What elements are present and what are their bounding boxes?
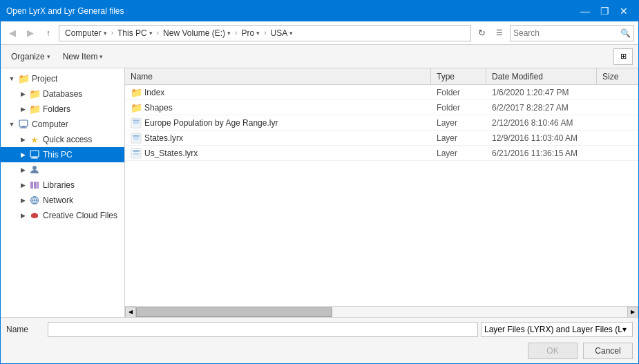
svg-rect-4 [32,157,37,158]
scroll-track[interactable] [136,307,627,318]
back-button[interactable]: ◀ [5,26,20,41]
sidebar-item-label: This PC [43,150,73,160]
sort-button[interactable]: ☰ [492,26,507,41]
file-name-cell: 📁 Shapes [125,102,431,113]
name-label: Name [6,325,48,334]
svg-rect-29 [133,155,140,157]
folder-icon: 📁 [28,88,41,100]
horizontal-scrollbar: ◀ ▶ [125,306,638,317]
file-name-cell: Europe Population by Age Range.lyr [125,117,431,128]
svg-rect-0 [19,120,28,126]
organize-label: Organize [11,52,45,61]
breadcrumb-thispc-label: This PC [117,28,147,38]
file-type: Layer [431,118,486,128]
breadcrumb-volume[interactable]: New Volume (E:) ▾ [160,28,233,39]
filetype-select[interactable]: Layer Files (LYRX) and Layer Files (L▾ [481,322,633,337]
col-header-size[interactable]: Size [597,68,638,84]
title-bar: Open LyrX and Lyr General files — ❐ ✕ [1,1,638,21]
content-area: Name Type Date Modified Size 📁 Index [125,68,638,317]
layer-icon [131,148,142,159]
file-name-cell: Us_States.lyrx [125,148,431,159]
sidebar-item-label: Folders [43,104,70,114]
sidebar-item-folders[interactable]: ▶ 📁 Folders [1,102,124,117]
close-button[interactable]: ✕ [615,4,633,18]
scroll-thumb[interactable] [136,307,332,317]
dialog-title: Open LyrX and Lyr General files [6,6,124,16]
sidebar-item-label: Creative Cloud Files [43,211,117,220]
sidebar-item-thispc[interactable]: ▶ This PC [1,147,124,162]
sidebar-item-label: Computer [32,119,68,129]
filetype-label: Layer Files (LYRX) and Layer Files (L▾ [484,325,627,334]
sidebar-item-databases[interactable]: ▶ 📁 Databases [1,86,124,102]
sidebar-item-project[interactable]: ▼ 📁 Project [1,71,124,86]
breadcrumb: Computer ▾ › This PC ▾ › New Volume (E:)… [59,25,471,41]
sidebar-item-computer[interactable]: ▼ Computer [1,117,124,132]
toggle-computer: ▼ [6,117,17,132]
svg-rect-19 [133,119,140,122]
restore-button[interactable]: ❐ [595,4,613,18]
organize-button[interactable]: Organize ▾ [6,48,55,65]
computer-icon [28,149,41,161]
new-item-button[interactable]: New Item ▾ [58,48,108,65]
col-header-date[interactable]: Date Modified [486,68,597,84]
sidebar-item-network[interactable]: ▶ Network [1,193,124,208]
sidebar-item-creativecloud[interactable]: ▶ Creative Cloud Files [1,208,124,223]
col-header-type[interactable]: Type [431,68,486,84]
toolbar: Organize ▾ New Item ▾ ⊞ [1,45,638,68]
name-input[interactable] [48,322,478,337]
sidebar-item-label: Quick access [43,135,92,144]
toggle-quickaccess: ▶ [17,132,28,147]
forward-button[interactable]: ▶ [23,26,38,41]
file-date: 2/12/2016 8:10:46 AM [486,118,597,128]
breadcrumb-usa[interactable]: USA ▾ [267,28,296,39]
table-row[interactable]: States.lyrx Layer 12/9/2016 11:03:40 AM [125,131,638,146]
new-item-arrow: ▾ [99,53,103,60]
cancel-button[interactable]: Cancel [583,343,633,359]
scroll-left-button[interactable]: ◀ [125,307,136,318]
sidebar-item-user[interactable]: ▶ [1,162,124,178]
refresh-button[interactable]: ↻ [474,26,489,41]
view-button[interactable]: ⊞ [613,48,633,65]
file-name: States.lyrx [144,133,183,143]
file-name-cell: States.lyrx [125,133,431,144]
table-row[interactable]: Us_States.lyrx Layer 6/21/2016 11:36:15 … [125,146,638,161]
breadcrumb-computer[interactable]: Computer ▾ [62,28,110,39]
file-type: Folder [431,88,486,97]
library-icon [28,179,41,191]
table-row[interactable]: 📁 Index Folder 1/6/2020 1:20:47 PM [125,85,638,100]
svg-rect-27 [133,150,140,152]
toggle-project: ▼ [6,71,17,86]
table-row[interactable]: 📁 Shapes Folder 6/2/2017 8:28:27 AM [125,100,638,115]
bottom-bar: Name Layer Files (LYRX) and Layer Files … [1,317,638,363]
breadcrumb-thispc[interactable]: This PC ▾ [115,28,155,39]
cloud-icon [28,209,41,222]
toggle-thispc: ▶ [17,147,28,162]
minimize-button[interactable]: — [576,4,594,18]
svg-rect-8 [34,182,37,189]
layer-icon [131,117,142,128]
svg-point-6 [32,166,37,170]
sidebar-item-libraries[interactable]: ▶ Libraries [1,178,124,193]
file-type: Folder [431,103,486,113]
file-name-cell: 📁 Index [125,87,431,98]
toggle-network: ▶ [17,193,28,208]
folder-icon: 📁 [28,103,41,115]
svg-rect-28 [133,153,140,155]
window-controls: — ❐ ✕ [576,4,633,18]
svg-rect-24 [133,137,140,140]
file-type: Layer [431,133,486,143]
breadcrumb-volume-label: New Volume (E:) [163,28,225,38]
table-row[interactable]: Europe Population by Age Range.lyr Layer… [125,115,638,131]
col-header-name[interactable]: Name [125,68,431,84]
ok-button[interactable]: OK [528,343,578,359]
scroll-right-button[interactable]: ▶ [627,307,638,318]
search-input[interactable] [513,28,620,38]
file-date: 6/21/2016 11:36:15 AM [486,149,597,158]
svg-rect-7 [30,182,33,189]
sidebar-item-quickaccess[interactable]: ▶ ★ Quick access [1,132,124,147]
svg-rect-9 [37,182,39,189]
sidebar-item-label: Project [32,74,57,84]
file-name: Shapes [144,103,173,113]
up-button[interactable]: ↑ [41,26,56,41]
breadcrumb-pro[interactable]: Pro ▾ [238,28,263,39]
